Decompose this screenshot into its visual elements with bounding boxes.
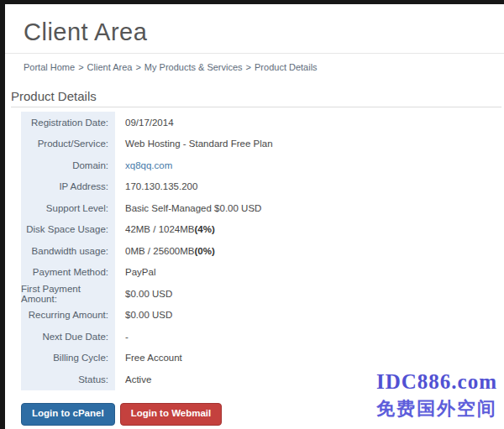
- value-text: -: [125, 332, 129, 342]
- table-row-ip-address: IP Address: 170.130.135.200: [21, 176, 501, 198]
- breadcrumb-client-area[interactable]: Client Area: [87, 62, 133, 72]
- row-value: xq8qq.com: [115, 154, 501, 176]
- value-text: 42MB / 1024MB: [125, 224, 194, 234]
- value-text: 09/17/2014: [125, 118, 174, 128]
- row-label: Domain:: [21, 154, 115, 176]
- action-buttons: Login to cPanel Login to Webmail: [21, 403, 222, 426]
- section-divider: [11, 107, 501, 107]
- row-label: Billing Cycle:: [21, 348, 115, 369]
- table-row-billing-cycle: Billing Cycle: Free Account: [21, 348, 501, 369]
- section-title: Product Details: [11, 89, 97, 103]
- row-value: 170.130.135.200: [115, 176, 501, 198]
- usage-percent: (0%): [194, 246, 214, 256]
- product-details-table: Registration Date: 09/17/2014 Product/Se…: [21, 112, 501, 390]
- row-value: Basic Self-Managed $0.00 USD: [115, 197, 501, 219]
- row-label: IP Address:: [21, 176, 115, 198]
- row-label: Support Level:: [21, 197, 115, 219]
- table-row-status: Status: Active: [21, 369, 501, 390]
- domain-link[interactable]: xq8qq.com: [125, 160, 172, 170]
- row-label: Product/Service:: [21, 133, 115, 155]
- row-label: Payment Method:: [21, 262, 115, 284]
- table-row-domain: Domain: xq8qq.com: [21, 154, 501, 176]
- row-value: Free Account: [115, 348, 501, 369]
- table-row-recurring-amount: Recurring Amount: $0.00 USD: [21, 305, 501, 327]
- value-text: Free Account: [125, 353, 182, 363]
- breadcrumb-separator: >: [135, 62, 140, 72]
- status-value: Active: [125, 374, 151, 385]
- row-label: Registration Date:: [21, 112, 115, 133]
- login-to-webmail-button[interactable]: Login to Webmail: [120, 403, 223, 426]
- value-text: PayPal: [125, 267, 155, 277]
- screenshot-frame-top: [0, 0, 504, 4]
- login-to-cpanel-button[interactable]: Login to cPanel: [21, 403, 115, 426]
- row-label: Disk Space Usage:: [21, 219, 115, 241]
- breadcrumb-separator: >: [246, 62, 251, 72]
- row-label: Next Due Date:: [21, 326, 115, 348]
- screenshot-frame-left: [0, 0, 5, 429]
- breadcrumb-portal-home[interactable]: Portal Home: [24, 62, 75, 72]
- value-text: 170.130.135.200: [125, 181, 197, 191]
- row-label: First Payment Amount:: [21, 283, 115, 305]
- row-value: Active: [115, 369, 501, 390]
- value-text: Web Hosting - Standard Free Plan: [125, 139, 273, 149]
- breadcrumb: Portal Home>Client Area>My Products & Se…: [24, 62, 318, 72]
- row-value: 42MB / 1024MB (4%): [115, 219, 501, 241]
- row-label: Recurring Amount:: [21, 305, 115, 327]
- header-divider: [5, 53, 504, 54]
- table-row-bandwidth-usage: Bandwidth usage: 0MB / 25600MB (0%): [21, 240, 501, 262]
- table-row-registration-date: Registration Date: 09/17/2014: [21, 112, 501, 133]
- row-value: 0MB / 25600MB (0%): [115, 240, 501, 262]
- table-row-next-due-date: Next Due Date: -: [21, 326, 501, 348]
- watermark-chinese-text: 免费国外空间: [376, 396, 497, 421]
- row-value: 09/17/2014: [115, 112, 501, 133]
- value-text: $0.00 USD: [125, 289, 172, 299]
- value-text: $0.00 USD: [125, 310, 172, 320]
- table-row-payment-method: Payment Method: PayPal: [21, 262, 501, 284]
- breadcrumb-separator: >: [78, 62, 83, 72]
- value-text: Basic Self-Managed $0.00 USD: [125, 203, 261, 213]
- page-title: Client Area: [24, 18, 147, 46]
- table-row-product-service: Product/Service: Web Hosting - Standard …: [21, 133, 501, 155]
- row-value: Web Hosting - Standard Free Plan: [115, 133, 501, 155]
- table-row-first-payment-amount: First Payment Amount: $0.00 USD: [21, 283, 501, 305]
- row-label: Bandwidth usage:: [21, 240, 115, 262]
- row-value: $0.00 USD: [115, 283, 501, 305]
- row-value: PayPal: [115, 262, 501, 284]
- row-label: Status:: [21, 369, 115, 390]
- breadcrumb-my-products-services[interactable]: My Products & Services: [144, 62, 243, 72]
- row-value: $0.00 USD: [115, 305, 501, 327]
- table-row-disk-space-usage: Disk Space Usage: 42MB / 1024MB (4%): [21, 219, 501, 241]
- usage-percent: (4%): [194, 224, 214, 234]
- row-value: -: [115, 326, 501, 348]
- table-row-support-level: Support Level: Basic Self-Managed $0.00 …: [21, 197, 501, 219]
- breadcrumb-current-product-details: Product Details: [255, 62, 318, 72]
- value-text: 0MB / 25600MB: [125, 246, 194, 256]
